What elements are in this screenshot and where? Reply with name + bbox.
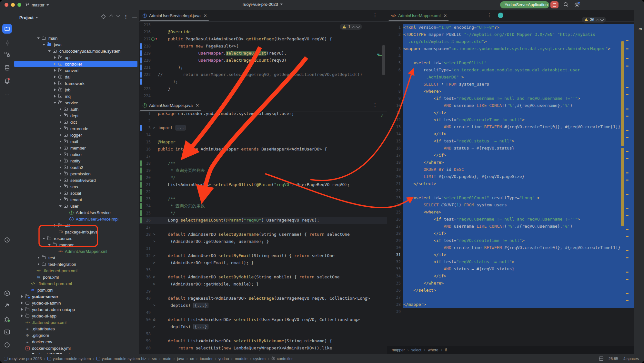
code-line-wrap[interactable]: > deptIds) {...} — [139, 302, 387, 309]
breadcrumb-mapper[interactable]: mapper — [392, 348, 405, 352]
code-line-5[interactable]: 5 <select id="selectPage01List" — [387, 59, 634, 67]
code-line-24[interactable]: 24 * 查询分页的条数 — [139, 202, 387, 210]
chevron-right-icon[interactable] — [59, 127, 62, 130]
tree-item-AdminUserServiceImpl[interactable]: CAdminUserServiceImpl — [14, 216, 139, 222]
code-line-39[interactable]: 39 — [387, 308, 634, 315]
code-line-36[interactable]: 36 </select> — [387, 287, 634, 294]
tree-item-oauth2[interactable]: oauth2 — [14, 164, 139, 171]
chevron-right-icon[interactable] — [53, 82, 56, 85]
next-warning-icon[interactable] — [601, 18, 603, 21]
tree-item-api[interactable]: api — [14, 54, 139, 61]
debug-tool-icon[interactable] — [2, 314, 12, 324]
chevron-right-icon[interactable] — [59, 108, 62, 111]
code-line-60[interactable]: 60 return selectList(new LambdaQueryWrap… — [139, 345, 387, 352]
code-line-17[interactable]: 17 — [139, 153, 387, 160]
status-crumb-yudao-module-system-biz[interactable]: yudao-module-system-biz — [96, 357, 146, 361]
code-line-8[interactable]: 8 <where> — [387, 88, 634, 95]
breadcrumb-if[interactable]: if — [445, 348, 447, 352]
tree-item-.flattened-pom.xml[interactable]: </>.flattened-pom.xml — [14, 267, 139, 274]
fold-marker[interactable]: > — [153, 232, 156, 236]
code-line-49[interactable]: 49 — [139, 309, 387, 316]
code-line-35[interactable]: 35 — [139, 266, 387, 274]
close-window-button[interactable] — [5, 3, 8, 7]
status-crumb-yudao[interactable]: yudao — [218, 357, 229, 361]
tree-item-dept[interactable]: dept — [14, 112, 139, 119]
code-line-21[interactable]: 21 </select> — [387, 180, 634, 187]
tab-adminuserserviceimpl-java[interactable]: C AdminUserServiceImpl.java ✕ — [139, 10, 210, 21]
tab-options-icon[interactable]: ⋮ — [373, 102, 377, 108]
code-line-21[interactable]: 21 List<AdminUserDO> selectPage01List(@P… — [139, 181, 387, 188]
tree-item-logger[interactable]: logger — [14, 132, 139, 138]
tree-item-.flattened-pom.xml[interactable]: </>.flattened-pom.xml — [14, 319, 139, 326]
maven-tool-icon[interactable]: m — [639, 26, 642, 31]
code-line-222[interactable]: 222// return userMapper.selectPage(reqVO… — [139, 71, 387, 78]
problems-tool-icon[interactable] — [2, 340, 12, 350]
tree-item-util[interactable]: util — [14, 222, 139, 229]
code-line-wrap[interactable]: > (AdminUserDO::getMobile, mobile); } — [139, 281, 387, 288]
more-tool-icon[interactable]: ⋯ — [2, 90, 12, 99]
code-line-33[interactable]: 33 AND status = #{reqVO.status} — [387, 265, 634, 273]
tree-item-cn.iocoder.yudao.module.system[interactable]: cn.iocoder.yudao.module.system — [14, 48, 139, 54]
collapse-icon[interactable] — [117, 14, 119, 17]
code-line-6[interactable]: 6 resultType="cn.iocoder.yudao.module.sy… — [387, 67, 634, 74]
code-line-35[interactable]: 35 </where> — [387, 280, 634, 287]
code-line-223[interactable]: 223 } — [139, 85, 387, 92]
code-line-39[interactable]: 39 — [139, 288, 387, 295]
tree-item-package-info.java[interactable]: package-info.java — [14, 229, 139, 235]
fold-marker[interactable]: > — [153, 275, 156, 279]
code-line-37[interactable]: 37 — [387, 294, 634, 301]
code-line-1[interactable]: 1<?xml version="1.0" encoding="UTF-8"?> — [387, 24, 634, 31]
chevron-right-icon[interactable] — [20, 295, 24, 298]
close-icon[interactable]: ✕ — [204, 13, 207, 18]
fold-marker[interactable]: > — [153, 282, 156, 286]
tab-adminusermapper-xml[interactable]: </> AdminUserMapper.xml ✕ — [387, 10, 450, 21]
chevron-right-icon[interactable] — [59, 179, 62, 182]
chevron-down-icon[interactable] — [48, 49, 51, 53]
project-panel-title-dropdown[interactable]: Project — [19, 15, 38, 20]
tree-item-permission[interactable]: permission — [14, 171, 139, 177]
inspections-widget[interactable]: 36 — [582, 17, 606, 23]
tree-item-convert[interactable]: convert — [14, 67, 139, 74]
code-line-34[interactable]: 34 </if> — [387, 273, 634, 280]
chevron-right-icon[interactable] — [59, 198, 62, 201]
code-line-28[interactable]: 28 </if> — [387, 230, 634, 237]
chevron-right-icon[interactable] — [59, 172, 62, 175]
git-branch-widget[interactable]: master — [25, 2, 49, 8]
status-crumb-iocoder[interactable]: iocoder — [200, 357, 213, 361]
code-line-3[interactable]: 3<mapper namespace="cn.iocoder.yudao.mod… — [387, 45, 634, 52]
history-tool-icon[interactable] — [2, 235, 12, 245]
tab-options-icon[interactable]: ⋮ — [487, 12, 492, 18]
code-line-9[interactable]: 9 <if test="reqVO.username != null and r… — [387, 95, 634, 102]
fold-marker[interactable]: > — [153, 126, 156, 130]
code-line-40[interactable]: 40 default PageResult<AdminUserDO> selec… — [139, 295, 387, 302]
gradient-assistant-icon[interactable] — [498, 13, 503, 18]
database-tool-icon[interactable] — [2, 63, 12, 73]
tree-item-resources[interactable]: resources — [14, 235, 139, 242]
code-line-19[interactable]: 19 ORDER BY id DESC — [387, 166, 634, 173]
commit-tool-icon[interactable] — [2, 38, 12, 48]
chevron-right-icon[interactable] — [20, 314, 24, 317]
tree-item-java[interactable]: java — [14, 41, 139, 48]
chevron-right-icon[interactable] — [53, 88, 56, 91]
code-line-2[interactable]: 2<!DOCTYPE mapper PUBLIC "-//mybatis.org… — [387, 31, 634, 38]
scrollbar-thumb[interactable] — [382, 45, 385, 75]
tree-item-yudao-server[interactable]: yudao-server — [14, 293, 139, 300]
tree-item-yudao-ui-admin-uniapp[interactable]: yudao-ui-admin-uniapp — [14, 306, 139, 313]
tree-item-errorcode[interactable]: errorcode — [14, 125, 139, 132]
locate-file-icon[interactable] — [101, 14, 106, 19]
breadcrumb-select[interactable]: select — [411, 348, 421, 352]
code-line-25[interactable]: 25 */ — [139, 210, 387, 217]
project-title-widget[interactable]: ruoyi-vue-pro-2023 — [243, 2, 283, 7]
chevron-down-icon[interactable] — [48, 243, 51, 246]
chevron-right-icon[interactable] — [59, 120, 62, 124]
tree-item-mail[interactable]: mail — [14, 138, 139, 145]
code-line-2[interactable]: 2 — [139, 117, 387, 124]
tree-item-dict[interactable]: dict — [14, 119, 139, 125]
caret-position[interactable]: 26:65 — [609, 357, 618, 361]
code-line-15[interactable]: 15@Mapper — [139, 139, 387, 146]
code-line-59[interactable]: 59 default List<AdminUserDO> selectListB… — [139, 337, 387, 345]
tree-item-test[interactable]: test — [14, 254, 139, 261]
override-marker-icon[interactable] — [151, 37, 155, 41]
expand-icon[interactable] — [110, 14, 113, 17]
tab-adminusermapper-java[interactable]: I AdminUserMapper.java ✕ — [139, 99, 202, 111]
